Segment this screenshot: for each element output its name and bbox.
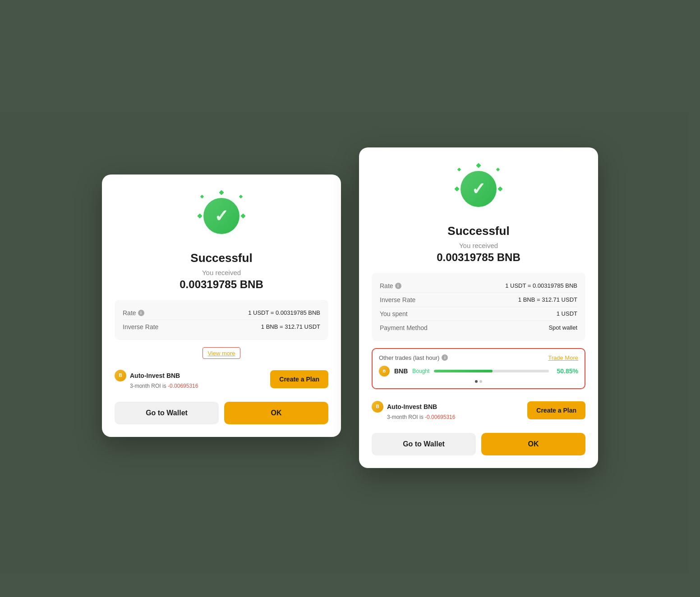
rate-value: 1 USDT = 0.00319785 BNB: [248, 309, 320, 316]
right-payment-method-value: Spot wallet: [548, 324, 577, 331]
bottom-buttons: Go to Wallet OK: [115, 402, 328, 424]
view-more-container: View more: [115, 347, 328, 359]
success-circle: ✓: [203, 198, 239, 234]
create-plan-button[interactable]: Create a Plan: [270, 370, 328, 388]
rate-row: Rate i 1 USDT = 0.00319785 BNB: [123, 306, 320, 320]
right-sparkle-tl-icon: [457, 167, 461, 171]
ok-button[interactable]: OK: [224, 402, 328, 424]
auto-invest-name: Auto-Invest BNB: [130, 372, 180, 379]
checkmark-icon: ✓: [214, 207, 229, 225]
right-success-circle: ✓: [461, 171, 497, 207]
trade-percent: 50.85%: [553, 367, 578, 375]
other-trades-title: Other trades (last hour) i: [379, 354, 448, 361]
right-auto-invest-roi: 3-month ROI is -0.00695316: [372, 414, 455, 420]
other-trades-info-icon: i: [442, 354, 448, 361]
right-auto-invest-name: Auto-Invest BNB: [387, 403, 437, 410]
inverse-rate-value: 1 BNB = 312.71 USDT: [261, 323, 320, 330]
modal-title: Successful: [115, 251, 328, 265]
view-more-link[interactable]: View more: [207, 350, 235, 357]
right-modal-subtitle: You received: [372, 242, 585, 249]
trade-dot-2: [479, 380, 482, 383]
trade-bnb-icon: B: [379, 366, 390, 377]
auto-invest-left: B Auto-Invest BNB 3-month ROI is -0.0069…: [115, 370, 198, 389]
inverse-rate-label: Inverse Rate: [123, 323, 158, 331]
right-auto-invest-left: B Auto-Invest BNB 3-month ROI is -0.0069…: [372, 401, 455, 420]
right-inverse-rate-label: Inverse Rate: [380, 296, 415, 303]
inverse-rate-row: Inverse Rate 1 BNB = 312.71 USDT: [123, 320, 320, 334]
right-go-to-wallet-button[interactable]: Go to Wallet: [372, 433, 476, 455]
trade-dots: [379, 380, 578, 383]
modal-subtitle: You received: [115, 269, 328, 276]
trade-bar-fill: [434, 370, 492, 372]
roi-label: 3-month ROI is: [130, 383, 168, 389]
right-roi-value: -0.00695316: [425, 414, 455, 420]
other-trades-section: Other trades (last hour) i Trade More B …: [372, 348, 585, 389]
trade-bar-container: [434, 370, 549, 372]
view-more-box: View more: [203, 347, 240, 359]
right-you-spent-value: 1 USDT: [557, 310, 577, 317]
right-roi-label: 3-month ROI is: [387, 414, 425, 420]
right-info-table: Rate i 1 USDT = 0.00319785 BNB Inverse R…: [372, 273, 585, 341]
bnb-coin-icon: B: [115, 370, 126, 381]
trade-badge: Bought: [412, 368, 429, 374]
trade-coin-name: BNB: [394, 367, 408, 375]
other-trades-header: Other trades (last hour) i Trade More: [379, 354, 578, 361]
right-rate-value: 1 USDT = 0.00319785 BNB: [505, 282, 577, 289]
auto-invest-roi: 3-month ROI is -0.00695316: [115, 383, 198, 389]
right-you-spent-label: You spent: [380, 310, 408, 317]
right-bnb-coin-icon: B: [372, 401, 383, 413]
right-modal: ✓ Successful You received 0.00319785 BNB…: [359, 147, 598, 468]
right-success-icon-area: ✓: [372, 162, 585, 216]
auto-invest-title-row: B Auto-Invest BNB: [115, 370, 198, 381]
right-bottom-buttons: Go to Wallet OK: [372, 433, 585, 455]
dialogs-container: ✓ Successful You received 0.00319785 BNB…: [102, 147, 598, 468]
sparkle-tr-icon: [239, 194, 243, 198]
rate-label: Rate i: [123, 309, 144, 317]
right-create-plan-button[interactable]: Create a Plan: [527, 401, 585, 419]
right-you-spent-row: You spent 1 USDT: [380, 307, 577, 321]
modal-amount: 0.00319785 BNB: [115, 278, 328, 291]
right-auto-invest-section: B Auto-Invest BNB 3-month ROI is -0.0069…: [372, 396, 585, 425]
right-rate-label: Rate i: [380, 282, 401, 289]
right-modal-title: Successful: [372, 224, 585, 238]
right-inverse-rate-row: Inverse Rate 1 BNB = 312.71 USDT: [380, 293, 577, 307]
right-checkmark-icon: ✓: [471, 180, 486, 197]
rate-info-icon: i: [138, 310, 144, 316]
left-modal: ✓ Successful You received 0.00319785 BNB…: [102, 175, 341, 437]
success-icon-area: ✓: [115, 189, 328, 243]
other-trades-title-text: Other trades (last hour): [379, 354, 439, 361]
auto-invest-section: B Auto-Invest BNB 3-month ROI is -0.0069…: [115, 365, 328, 394]
right-sparkle-tr-icon: [496, 167, 500, 171]
go-to-wallet-button[interactable]: Go to Wallet: [115, 402, 219, 424]
right-auto-invest-title-row: B Auto-Invest BNB: [372, 401, 455, 413]
sparkle-tl-icon: [200, 194, 204, 198]
trade-more-link[interactable]: Trade More: [548, 354, 578, 361]
right-payment-method-label: Payment Method: [380, 324, 428, 331]
right-inverse-rate-value: 1 BNB = 312.71 USDT: [518, 296, 577, 303]
right-rate-row: Rate i 1 USDT = 0.00319785 BNB: [380, 279, 577, 293]
roi-value: -0.00695316: [168, 383, 198, 389]
right-payment-method-row: Payment Method Spot wallet: [380, 321, 577, 335]
info-table: Rate i 1 USDT = 0.00319785 BNB Inverse R…: [115, 300, 328, 340]
right-ok-button[interactable]: OK: [481, 433, 585, 455]
right-rate-info-icon: i: [395, 283, 401, 289]
trade-row: B BNB Bought 50.85%: [379, 366, 578, 377]
trade-dot-1: [475, 380, 478, 383]
right-modal-amount: 0.00319785 BNB: [372, 251, 585, 264]
